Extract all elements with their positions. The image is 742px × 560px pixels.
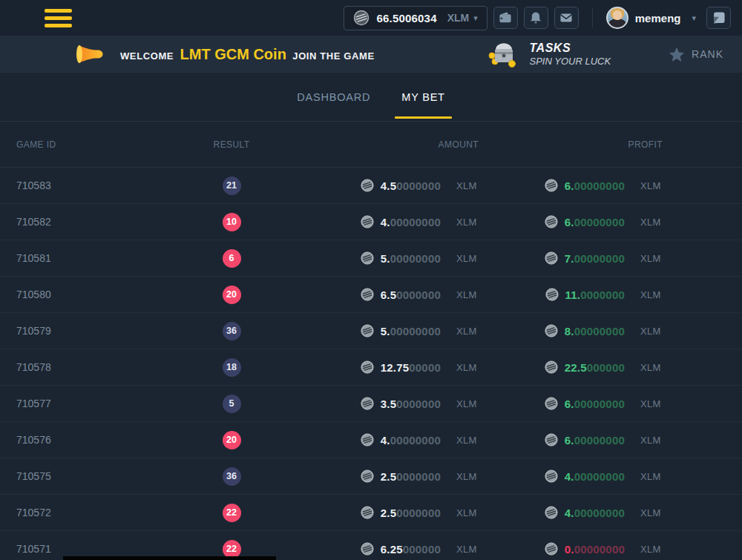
currency-label: XLM — [640, 289, 663, 300]
amount-main: 4. — [381, 216, 390, 228]
profit-cell: 6.00000000 XLM — [479, 179, 663, 192]
amount-zeros: 0000000 — [396, 398, 441, 410]
hamburger-menu-button[interactable] — [45, 9, 72, 27]
result-badge: 20 — [223, 286, 241, 304]
table-row: 710582 10 4.00000000 XLM 6.00000000 XLM — [0, 204, 742, 240]
amount-value: 5.00000000 — [381, 325, 441, 337]
xlm-coin-icon — [545, 542, 558, 556]
profit-cell: 7.00000000 XLM — [479, 251, 663, 265]
profit-value: 8.00000000 — [565, 325, 625, 337]
balance-selector[interactable]: 66.5006034 XLM ▾ — [344, 6, 487, 30]
profit-cell: 4.00000000 XLM — [479, 506, 663, 519]
column-header-amount: AMOUNT — [269, 139, 479, 150]
xlm-coin-icon — [545, 360, 558, 374]
avatar — [606, 7, 628, 29]
profit-cell: 0.00000000 XLM — [479, 542, 663, 556]
chat-icon — [711, 10, 727, 26]
welcome-suffix: JOIN THE GAME — [292, 50, 374, 62]
xlm-coin-icon — [361, 288, 374, 301]
result-badge: 22 — [223, 504, 241, 522]
profit-main: 4. — [565, 507, 574, 519]
profit-zeros: 0000000 — [580, 289, 625, 301]
profit-value: 4.00000000 — [565, 507, 625, 519]
welcome-highlight: LMT GCM Coin — [180, 46, 286, 62]
xlm-coin-icon — [545, 470, 558, 483]
game-id: 710579 — [16, 325, 194, 337]
currency-label: XLM — [456, 362, 479, 373]
amount-zeros: 0000000 — [396, 507, 441, 519]
amount-value: 5.00000000 — [381, 252, 441, 265]
tab-dashboard[interactable]: DASHBOARD — [297, 73, 370, 121]
bet-table-body: 710583 21 4.50000000 XLM 6.00000000 XLM — [0, 168, 742, 560]
wallet-button[interactable] — [493, 7, 518, 29]
amount-zeros: 00000000 — [390, 434, 441, 447]
currency-label: XLM — [640, 544, 663, 555]
profit-main: 6. — [565, 398, 574, 410]
game-id: 710583 — [16, 179, 194, 191]
tasks-button[interactable]: TASKS SPIN YOUR LUCK — [485, 39, 611, 69]
chat-button[interactable] — [706, 7, 731, 29]
xlm-coin-icon — [361, 470, 374, 483]
result-badge: 18 — [223, 358, 241, 377]
amount-value: 4.50000000 — [381, 179, 441, 192]
profit-value: 0.00000000 — [565, 543, 625, 556]
result-badge: 21 — [223, 177, 241, 195]
profit-zeros: 00000000 — [574, 325, 625, 337]
profit-zeros: 00000000 — [574, 398, 625, 410]
result-badge: 36 — [223, 467, 241, 486]
star-icon — [669, 47, 685, 62]
profit-zeros: 00000000 — [574, 543, 625, 556]
tab-my-bet[interactable]: MY BET — [401, 73, 445, 121]
currency-label: XLM — [456, 435, 479, 446]
profit-cell: 11.0000000 XLM — [479, 288, 663, 301]
user-menu[interactable]: memeng ▾ — [606, 7, 696, 29]
game-id: 710571 — [16, 543, 194, 555]
game-id: 710580 — [16, 289, 194, 300]
profit-zeros: 00000000 — [574, 179, 625, 192]
currency-label: XLM — [640, 435, 663, 446]
xlm-coin-icon — [545, 251, 558, 265]
profit-main: 22.5 — [565, 361, 587, 374]
column-header-profit: PROFIT — [479, 139, 663, 150]
welcome-message: WELCOME LMT GCM Coin JOIN THE GAME — [74, 42, 375, 67]
rank-button[interactable]: RANK — [669, 47, 723, 62]
profit-zeros: 00000000 — [574, 470, 625, 483]
xlm-coin-icon — [361, 179, 374, 192]
profit-main: 8. — [565, 325, 574, 337]
currency-label: XLM — [456, 326, 479, 337]
amount-value: 2.50000000 — [381, 470, 441, 483]
profit-main: 6. — [565, 216, 574, 228]
profit-value: 7.00000000 — [565, 252, 625, 265]
tasks-title: TASKS — [530, 42, 611, 55]
balance-currency: XLM — [447, 12, 470, 24]
rank-label: RANK — [692, 48, 723, 60]
table-row: 710581 6 5.00000000 XLM 7.00000000 XLM — [0, 240, 742, 277]
profit-cell: 22.5000000 XLM — [479, 360, 663, 374]
xlm-coin-icon — [361, 215, 374, 228]
currency-label: XLM — [456, 217, 479, 228]
profit-zeros: 000000 — [587, 361, 625, 374]
game-id: 710575 — [16, 470, 194, 482]
notifications-button[interactable] — [524, 7, 548, 29]
xlm-coin-icon — [361, 360, 374, 374]
announcement-right: TASKS SPIN YOUR LUCK RANK — [485, 39, 723, 69]
profit-value: 6.00000000 — [565, 398, 625, 410]
profit-main: 6. — [565, 434, 574, 447]
currency-label: XLM — [456, 471, 479, 482]
amount-value: 12.7500000 — [381, 361, 441, 374]
wallet-icon — [497, 10, 513, 26]
amount-value: 2.50000000 — [381, 507, 441, 519]
profit-cell: 6.00000000 XLM — [479, 215, 663, 228]
profit-value: 22.5000000 — [565, 361, 625, 374]
xlm-coin-icon — [545, 433, 558, 447]
messages-button[interactable] — [554, 7, 579, 29]
xlm-coin-icon — [545, 215, 558, 228]
amount-cell: 4.00000000 XLM — [269, 433, 479, 447]
profit-main: 7. — [565, 252, 574, 265]
table-header: GAME ID RESULT AMOUNT PROFIT — [0, 122, 742, 168]
amount-value: 4.00000000 — [381, 216, 441, 228]
amount-zeros: 0000000 — [396, 289, 441, 301]
currency-label: XLM — [640, 180, 663, 191]
amount-main: 5. — [381, 325, 390, 337]
profit-cell: 4.00000000 XLM — [479, 470, 663, 483]
